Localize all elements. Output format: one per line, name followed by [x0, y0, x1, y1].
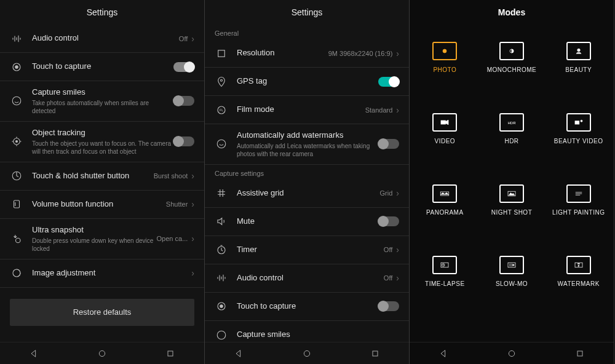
nav-recent[interactable] — [573, 347, 587, 360]
video-icon — [432, 113, 457, 132]
svg-point-2 — [12, 97, 21, 106]
adjustment-icon — [10, 266, 23, 280]
watermark-icon — [215, 137, 228, 151]
touch-icon — [215, 299, 228, 313]
light-painting-icon — [566, 184, 591, 203]
slowmo-icon — [499, 256, 524, 274]
beauty-video-icon — [566, 113, 591, 132]
mode-beauty[interactable]: BEAUTY — [547, 37, 610, 105]
hdr-icon: HDR — [499, 113, 524, 132]
title-bar: Settings — [205, 0, 409, 25]
svg-point-12 — [221, 79, 223, 81]
row-film-mode[interactable]: FL Film mode Standard › — [205, 96, 409, 124]
row-touch-hold-shutter[interactable]: Touch & hold shutter button Burst shoot … — [0, 162, 204, 191]
smile-icon — [10, 94, 23, 108]
mode-time-lapse[interactable]: TIME-LAPSE — [413, 251, 477, 318]
smile-icon — [215, 328, 228, 342]
audio-icon — [215, 271, 228, 285]
row-assistive-grid[interactable]: Assistive grid Grid › — [205, 180, 409, 208]
svg-point-4 — [16, 141, 18, 143]
chevron-right-icon: › — [396, 49, 399, 58]
toggle[interactable] — [378, 139, 399, 149]
night-icon — [499, 184, 524, 203]
row-audio-control[interactable]: Audio control Off › — [0, 25, 204, 53]
mode-watermark[interactable]: WATERMARK — [547, 251, 610, 318]
row-object-tracking[interactable]: Object tracking Touch the object you wan… — [0, 122, 204, 162]
row-touch-capture-2[interactable]: Touch to capture — [205, 293, 409, 321]
toggle[interactable] — [173, 62, 194, 72]
system-navbar — [0, 342, 204, 364]
mute-icon — [215, 215, 228, 228]
row-mute[interactable]: Mute — [205, 208, 409, 236]
volume-icon — [10, 197, 23, 211]
mode-monochrome[interactable]: MONOCHROME — [480, 37, 544, 105]
audio-icon — [10, 32, 23, 46]
grid-icon — [215, 186, 228, 200]
nav-home[interactable] — [95, 347, 109, 360]
target-icon — [10, 135, 23, 148]
toggle[interactable] — [173, 96, 194, 106]
svg-point-15 — [217, 140, 226, 149]
section-capture: Capture settings — [205, 165, 409, 180]
row-ultra-snapshot[interactable]: Ultra snapshot Double press volume down … — [0, 219, 204, 259]
row-timer[interactable]: Timer Off › — [205, 236, 409, 264]
timelapse-icon — [432, 256, 457, 274]
svg-point-1 — [15, 65, 18, 68]
watermark-mode-icon — [566, 256, 591, 274]
toggle[interactable] — [378, 301, 399, 311]
mode-video[interactable]: VIDEO — [413, 108, 477, 176]
resolution-icon — [215, 47, 228, 60]
film-icon: FL — [215, 103, 228, 117]
camera-icon — [432, 42, 457, 60]
toggle[interactable] — [173, 136, 194, 146]
row-capture-smiles[interactable]: Capture smiles Take photos automatically… — [0, 81, 204, 122]
nav-home[interactable] — [300, 347, 314, 360]
svg-point-19 — [217, 331, 226, 339]
mode-night-shot[interactable]: NIGHT SHOT — [480, 180, 544, 247]
toggle[interactable] — [378, 77, 399, 87]
svg-point-9 — [99, 350, 105, 356]
hold-icon — [10, 169, 23, 183]
chevron-right-icon: › — [396, 273, 399, 283]
nav-home[interactable] — [505, 347, 518, 360]
mode-photo[interactable]: PHOTO — [413, 37, 477, 105]
modes-panel: Modes PHOTO MONOCHROME BEAUTY VIDEO HDR — [410, 0, 614, 364]
mode-panorama[interactable]: PANORAMA — [413, 180, 477, 247]
row-watermarks[interactable]: Automatically add watermarks Automatical… — [205, 124, 409, 165]
nav-back[interactable] — [232, 347, 245, 360]
system-navbar — [410, 342, 614, 364]
chevron-right-icon: › — [191, 234, 194, 243]
svg-rect-21 — [373, 351, 378, 356]
nav-recent[interactable] — [368, 347, 382, 360]
title-bar: Settings — [0, 0, 204, 25]
svg-point-18 — [220, 305, 223, 308]
touch-icon — [10, 60, 23, 74]
settings-list: Audio control Off › Touch to capture Cap… — [0, 25, 204, 342]
row-gps-tag[interactable]: GPS tag — [205, 68, 409, 96]
svg-text:HDR: HDR — [507, 121, 516, 125]
settings-panel-1: Settings Audio control Off › Touch to ca… — [0, 0, 205, 364]
svg-point-20 — [304, 350, 309, 356]
nav-back[interactable] — [27, 347, 41, 360]
svg-text:FL: FL — [220, 108, 223, 112]
restore-defaults-button[interactable]: Restore defaults — [10, 299, 194, 326]
section-general: General — [205, 25, 409, 39]
nav-recent[interactable] — [164, 347, 177, 360]
row-capture-smiles-2[interactable]: Capture smiles — [205, 321, 409, 342]
toggle[interactable] — [378, 216, 399, 226]
row-resolution[interactable]: Resolution 9M 3968x2240 (16:9) › — [205, 39, 409, 68]
mode-beauty-video[interactable]: BEAUTY VIDEO — [547, 108, 610, 176]
beauty-icon — [566, 42, 591, 60]
system-navbar — [205, 342, 409, 364]
mode-light-painting[interactable]: LIGHT PAINTING — [547, 180, 610, 247]
row-volume-button[interactable]: Volume button function Shutter › — [0, 191, 204, 219]
row-image-adjustment[interactable]: Image adjustment › — [0, 259, 204, 288]
mode-slow-mo[interactable]: SLOW-MO — [480, 251, 544, 318]
svg-point-7 — [16, 238, 21, 243]
chevron-right-icon: › — [396, 188, 399, 198]
nav-back[interactable] — [437, 347, 450, 360]
mode-hdr[interactable]: HDR HDR — [480, 108, 544, 176]
row-audio-control-2[interactable]: Audio control Off › — [205, 264, 409, 293]
row-touch-to-capture[interactable]: Touch to capture — [0, 53, 204, 81]
title: Settings — [87, 7, 118, 17]
